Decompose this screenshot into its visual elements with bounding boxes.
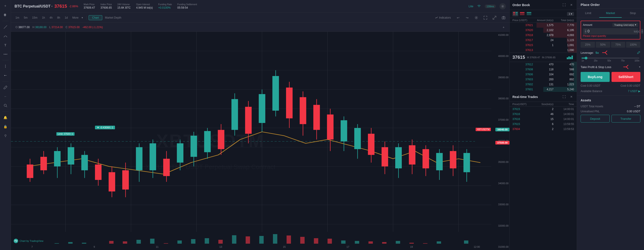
ob-precision-selector[interactable]: 1 ▾ [567, 12, 574, 16]
leverage-edit-btn[interactable] [637, 51, 640, 55]
market-depth-btn[interactable]: Market Depth [103, 15, 123, 20]
timeframe-5m[interactable]: 5m [22, 15, 30, 20]
trades-row[interactable]: 37616 15 14:00:01 [510, 117, 577, 122]
redo-btn[interactable]: ↪ [464, 14, 470, 21]
ob-ask-row[interactable]: 37615 1 1,091 [510, 43, 577, 48]
ob-bid-row[interactable]: 37601 4,217 5,240 [510, 87, 577, 92]
buy-long-btn[interactable]: Buy/Long [580, 72, 610, 82]
camera-btn[interactable] [500, 14, 507, 21]
ob-bid-row[interactable]: 37612 470 470 [510, 62, 577, 67]
date-15: 15 [283, 246, 286, 248]
magnet-icon[interactable]: ⚲ [1, 131, 10, 140]
pct-25-btn[interactable]: 25% [580, 42, 595, 48]
cross-cursor-btn[interactable]: + [500, 24, 507, 30]
orderbook-close-btn[interactable]: ✕ [568, 2, 574, 8]
crosshair-icon[interactable]: + [1, 2, 10, 10]
svg-rect-85 [395, 147, 402, 168]
ob-ask-row[interactable]: 37618 2,978 4,093 [510, 33, 577, 38]
expand-btn[interactable] [491, 14, 498, 21]
ob-bid-row[interactable]: 37603 200 892 [510, 77, 577, 82]
deposit-btn[interactable]: Deposit [580, 115, 610, 123]
action-buttons: Buy/Long Sell/Short [580, 72, 640, 82]
pct-100-btn[interactable]: 100% [626, 42, 640, 48]
deposit-transfer-buttons: Deposit Transfer [580, 115, 640, 123]
trades-row[interactable]: 37616 46 14:00:01 [510, 112, 577, 117]
lock-icon[interactable]: 🔒 [1, 123, 10, 131]
undo-btn[interactable]: ↩ [455, 14, 461, 21]
timeframe-15m[interactable]: 15m [30, 15, 39, 20]
pct-75-btn[interactable]: 75% [611, 42, 625, 48]
transfer-btn[interactable]: Transfer [612, 115, 640, 123]
change-value: -462.00 (-1.21%) [82, 26, 103, 29]
available-balance-val[interactable]: 7 USDT ▶ [628, 90, 640, 93]
ob-bid-row[interactable]: 37608 118 588 [510, 67, 577, 72]
expand-chart-btn[interactable] [482, 14, 488, 21]
chart-settings-btn[interactable] [473, 14, 480, 21]
svg-rect-136 [527, 14, 531, 15]
svg-rect-93 [450, 151, 456, 168]
ob-bid-row[interactable]: 37606 104 692 [510, 72, 577, 77]
svg-rect-51 [163, 159, 170, 176]
trades-row[interactable]: 37615 6 13:59:55 [510, 122, 577, 126]
timeframe-1h[interactable]: 1h [40, 15, 47, 20]
low-label: L 37214.00 [49, 26, 63, 29]
trades-time: 14:00:01 [554, 113, 574, 116]
timeframe-1d[interactable]: 1d [63, 15, 70, 20]
timeframe-8h[interactable]: 8h [55, 15, 62, 20]
ob-view-buys[interactable] [526, 11, 532, 16]
ob-view-sells[interactable] [519, 11, 525, 16]
open-interest-stat: Open Interest 4.945 M lot(s) [136, 3, 153, 9]
amount-input[interactable] [588, 29, 633, 33]
index-price-value: 37606.65 [100, 6, 112, 9]
sell-short-btn[interactable]: Sell/Short [612, 72, 640, 82]
pencil-tool-icon[interactable] [1, 83, 10, 91]
curve-tool-icon[interactable] [1, 32, 10, 40]
leverage-row: Leverage: 5x [580, 50, 640, 55]
high-label: H 38188.00 [32, 26, 46, 29]
lite-button[interactable]: Lite [468, 4, 473, 8]
market-tab[interactable]: Market [599, 9, 622, 18]
svg-rect-45 [122, 170, 129, 190]
index-price-label: Index Price [100, 3, 112, 6]
trades-row[interactable]: 37604 2 13:59:53 [510, 126, 577, 131]
svg-rect-133 [520, 12, 524, 13]
leverage-slider[interactable]: 1x 25x 50x 75x 100x [580, 58, 640, 62]
orderbook-expand-btn[interactable] [561, 2, 567, 8]
ob-ask-row[interactable]: 37617 24 1,115 [510, 38, 577, 43]
timeframe-more[interactable]: More [70, 15, 80, 20]
limit-tab[interactable]: Limit [577, 9, 599, 18]
more-tools-icon[interactable] [1, 62, 10, 70]
line-tool-icon[interactable] [1, 23, 10, 31]
timeframe-1m[interactable]: 1m [14, 15, 21, 20]
measure-tool-icon[interactable] [1, 50, 10, 58]
ruler-tool-icon[interactable]: ↔ [1, 92, 10, 101]
text-tool-icon[interactable]: T [1, 41, 10, 49]
header-right: Lite 130ms [468, 3, 506, 9]
ob-ask-row[interactable]: 37621 1,575 7,770 [510, 23, 577, 28]
settings-button[interactable] [500, 3, 506, 9]
trades-expand-btn[interactable] [561, 94, 567, 100]
ob-view-both[interactable] [512, 11, 518, 16]
trades-close-btn[interactable]: ✕ [568, 94, 574, 100]
bell-icon[interactable]: 🔔 [1, 114, 10, 122]
ob-ask-row[interactable]: 37620 2,102 6,195 [510, 28, 577, 33]
unit-selector[interactable]: Trading Unit lot(s) ▾ [612, 23, 638, 27]
pct-50-btn[interactable]: 50% [596, 42, 610, 48]
indicators-button[interactable]: Indicators [434, 16, 452, 20]
trades-row[interactable]: 37615 2 14:00:01 [510, 107, 577, 112]
arrow-tool-icon[interactable]: ← [1, 71, 10, 79]
tp-sl-toggle[interactable]: ▾ [639, 65, 640, 69]
leverage-value: 5x [596, 51, 599, 54]
ob-mid-price: 37615 M 37609.47 IN 37606.65 [510, 53, 577, 62]
ob-bid-row[interactable]: 37602 131 1,023 [510, 82, 577, 87]
slider-thumb[interactable] [585, 57, 588, 59]
chart-view-btn[interactable]: Chart [88, 15, 102, 20]
ob-ask-row[interactable]: 37613 1,090 [510, 48, 577, 53]
timeframe-4h[interactable]: 4h [48, 15, 54, 20]
zoom-tool-icon[interactable] [1, 101, 10, 110]
candle-type-icon[interactable] [1, 11, 10, 19]
symbol-selector[interactable]: BTC Perpetual/USDT ▾ [14, 4, 52, 8]
stop-tab[interactable]: Stop [622, 9, 644, 18]
amount-increment-btn[interactable]: + [585, 29, 586, 34]
amount-decrement-btn[interactable]: − [641, 29, 643, 34]
